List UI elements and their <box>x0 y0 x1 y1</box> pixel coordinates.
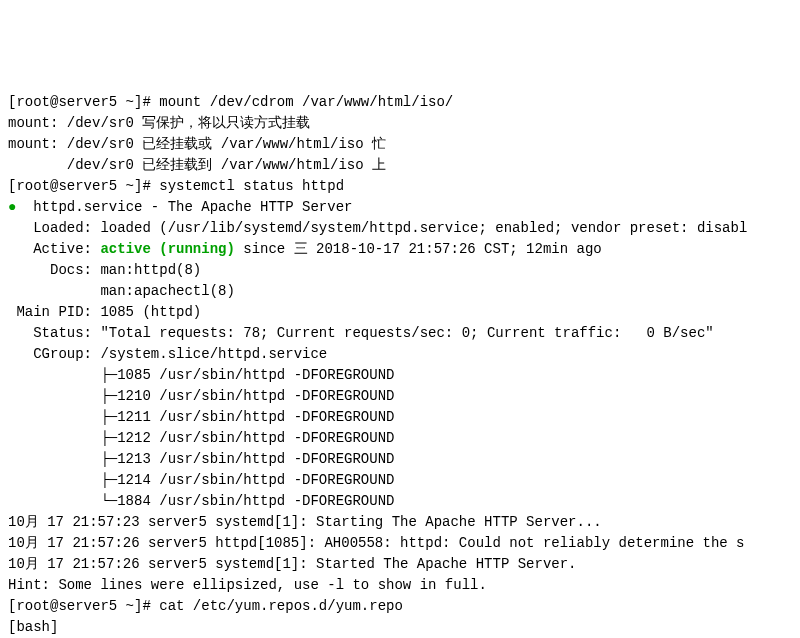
terminal-line: Main PID: 1085 (httpd) <box>8 302 792 323</box>
terminal-line: Hint: Some lines were ellipsized, use -l… <box>8 575 792 596</box>
terminal-line: /dev/sr0 已经挂载到 /var/www/html/iso 上 <box>8 155 792 176</box>
terminal-line: [root@server5 ~]# cat /etc/yum.repos.d/y… <box>8 596 792 617</box>
terminal-line: 10月 17 21:57:23 server5 systemd[1]: Star… <box>8 512 792 533</box>
terminal-line: ├─1085 /usr/sbin/httpd -DFOREGROUND <box>8 365 792 386</box>
terminal-line: ● httpd.service - The Apache HTTP Server <box>8 197 792 218</box>
terminal-output: [root@server5 ~]# mount /dev/cdrom /var/… <box>8 92 792 638</box>
terminal-line: 10月 17 21:57:26 server5 systemd[1]: Star… <box>8 554 792 575</box>
terminal-line: mount: /dev/sr0 已经挂载或 /var/www/html/iso … <box>8 134 792 155</box>
terminal-line: ├─1211 /usr/sbin/httpd -DFOREGROUND <box>8 407 792 428</box>
terminal-line: [root@server5 ~]# systemctl status httpd <box>8 176 792 197</box>
terminal-line: ├─1212 /usr/sbin/httpd -DFOREGROUND <box>8 428 792 449</box>
terminal-line: Status: "Total requests: 78; Current req… <box>8 323 792 344</box>
terminal-line: ├─1213 /usr/sbin/httpd -DFOREGROUND <box>8 449 792 470</box>
terminal-line: CGroup: /system.slice/httpd.service <box>8 344 792 365</box>
terminal-line: [bash] <box>8 617 792 638</box>
terminal-line: Loaded: loaded (/usr/lib/systemd/system/… <box>8 218 792 239</box>
terminal-line: Active: active (running) since 三 2018-10… <box>8 239 792 260</box>
terminal-line: [root@server5 ~]# mount /dev/cdrom /var/… <box>8 92 792 113</box>
terminal-line: Docs: man:httpd(8) <box>8 260 792 281</box>
terminal-line: man:apachectl(8) <box>8 281 792 302</box>
terminal-line: ├─1210 /usr/sbin/httpd -DFOREGROUND <box>8 386 792 407</box>
terminal-line: ├─1214 /usr/sbin/httpd -DFOREGROUND <box>8 470 792 491</box>
terminal-line: └─1884 /usr/sbin/httpd -DFOREGROUND <box>8 491 792 512</box>
terminal-line: mount: /dev/sr0 写保护，将以只读方式挂载 <box>8 113 792 134</box>
terminal-line: 10月 17 21:57:26 server5 httpd[1085]: AH0… <box>8 533 792 554</box>
